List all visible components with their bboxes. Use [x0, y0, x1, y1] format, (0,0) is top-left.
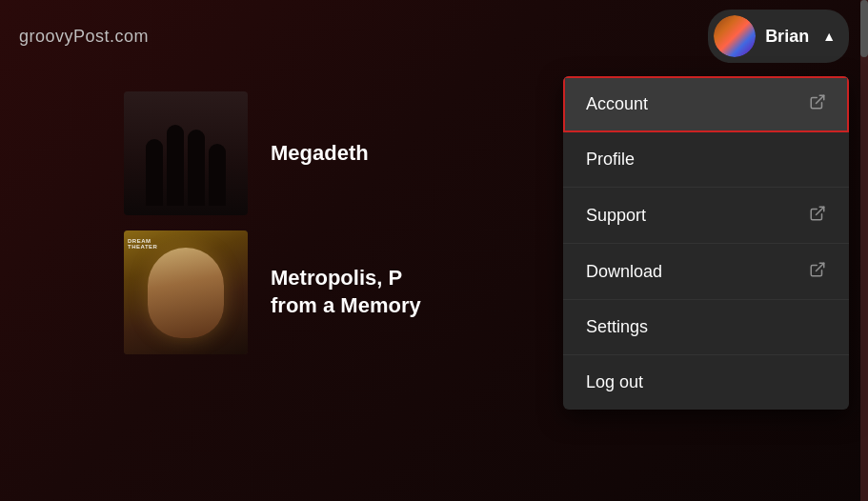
- menu-item-support[interactable]: Support: [563, 188, 849, 244]
- figure-1: [146, 139, 163, 206]
- svg-line-0: [817, 95, 824, 103]
- dropdown-menu: Account Profile Support Download: [563, 76, 849, 410]
- menu-item-profile[interactable]: Profile: [563, 132, 849, 188]
- band-figures: [146, 125, 226, 215]
- album-title-line2: from a Memory: [271, 292, 421, 320]
- chevron-up-icon: ▲: [822, 29, 836, 44]
- menu-item-download-label: Download: [586, 262, 662, 282]
- dt-face: [148, 248, 224, 338]
- album-title-line1: Metropolis, P: [271, 265, 421, 292]
- external-link-icon-download: [809, 261, 826, 282]
- figure-4: [209, 144, 226, 206]
- menu-item-download[interactable]: Download: [563, 244, 849, 300]
- dt-artwork: DREAMTHEATER: [124, 230, 248, 354]
- svg-line-2: [817, 263, 824, 271]
- avatar: [714, 15, 756, 57]
- user-menu-button[interactable]: Brian ▲: [708, 10, 849, 63]
- menu-item-settings[interactable]: Settings: [563, 300, 849, 355]
- menu-item-logout-label: Log out: [586, 372, 643, 392]
- figure-2: [167, 125, 184, 206]
- album-art-megadeth[interactable]: [124, 91, 248, 215]
- external-link-icon-account: [809, 93, 826, 114]
- menu-item-support-label: Support: [586, 206, 646, 226]
- avatar-image: [714, 15, 756, 57]
- album-title-dreamtheater[interactable]: Metropolis, P from a Memory: [271, 265, 421, 319]
- scrollbar[interactable]: [860, 0, 868, 501]
- menu-item-logout[interactable]: Log out: [563, 355, 849, 410]
- band-silhouette: [124, 91, 248, 215]
- menu-item-settings-label: Settings: [586, 317, 648, 337]
- site-logo: groovyPost.com: [19, 27, 149, 47]
- svg-line-1: [817, 207, 824, 214]
- figure-3: [188, 130, 205, 206]
- menu-item-profile-label: Profile: [586, 150, 635, 170]
- menu-item-account-label: Account: [586, 94, 648, 114]
- user-name: Brian: [765, 27, 809, 47]
- album-title-megadeth[interactable]: Megadeth: [271, 141, 369, 166]
- external-link-icon-support: [809, 205, 826, 226]
- menu-item-account[interactable]: Account: [563, 76, 849, 132]
- dt-text-overlay: DREAMTHEATER: [128, 238, 157, 250]
- header: groovyPost.com Brian ▲: [0, 0, 868, 72]
- album-art-dreamtheater[interactable]: DREAMTHEATER: [124, 230, 248, 354]
